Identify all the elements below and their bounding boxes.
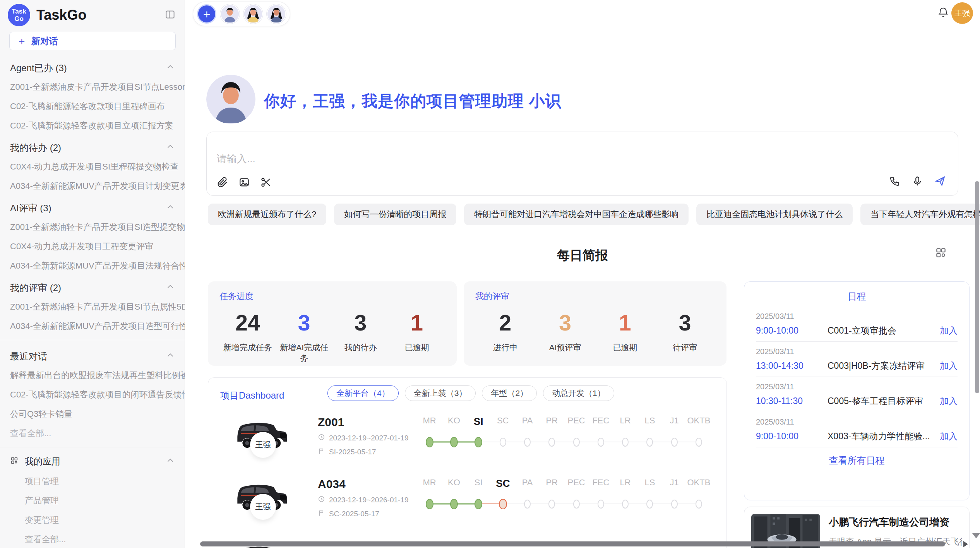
- chevron-up-icon: [166, 283, 175, 293]
- milestone-dots: [417, 495, 711, 513]
- user-avatar[interactable]: 王强: [951, 2, 973, 24]
- dashboard-tab[interactable]: 全新上装（3）: [405, 385, 476, 401]
- suggestion-chip[interactable]: 特朗普可能对进口汽车增税会对中国车企造成哪些影响: [464, 204, 689, 225]
- my-apps-label: 我的应用: [25, 456, 160, 468]
- stat-label: AI预评审: [535, 342, 595, 353]
- schedule-date: 2025/03/11: [756, 418, 958, 426]
- recent-conversation-item[interactable]: 公司Q3轻卡销量: [0, 404, 185, 424]
- scroll-right-arrow[interactable]: [963, 541, 968, 547]
- join-meeting-link[interactable]: 加入: [940, 430, 958, 442]
- dashboard-tab[interactable]: 动总开发（1）: [543, 385, 614, 401]
- briefing-stats: 24新增完成任务3新增AI完成任务3我的待办1已逾期: [219, 311, 445, 364]
- scroll-down-arrow[interactable]: [972, 533, 980, 538]
- sidebar-task-item[interactable]: C02-飞腾新能源轻客改款项目里程碑画布: [0, 97, 185, 116]
- agent-avatar-2[interactable]: [243, 4, 263, 24]
- schedule-item-row: 9:00-10:00X003-车辆动力学性能验...加入: [756, 430, 958, 442]
- milestone-label: KO: [442, 416, 466, 428]
- sidebar-task-item[interactable]: Z001-全新燃油轻卡产品开发项目SI造型提交物评审: [0, 217, 185, 237]
- briefing-stat: 3新增AI完成任务: [276, 311, 332, 364]
- app-sub-item[interactable]: 变更管理: [0, 510, 185, 530]
- sidebar-section-header[interactable]: AI评审 (3): [0, 196, 185, 217]
- join-meeting-link[interactable]: 加入: [940, 395, 958, 407]
- agent-avatar-1[interactable]: [220, 4, 240, 24]
- divider: [0, 340, 185, 340]
- agent-avatar-3[interactable]: [267, 4, 286, 24]
- milestone-dot: [671, 438, 678, 447]
- project-node: SI-2025-05-17: [318, 447, 376, 457]
- schedule-item: 2025/03/119:00-10:00C001-立项审批会加入: [756, 307, 958, 342]
- sidebar-item-my-apps[interactable]: 我的应用: [0, 451, 185, 472]
- microphone-icon: [911, 175, 923, 188]
- recent-conversations-header[interactable]: 最近对话: [0, 344, 185, 366]
- voice-call-button[interactable]: [889, 175, 901, 188]
- app-sub-item[interactable]: 项目管理: [0, 472, 185, 491]
- milestone-labels: MRKOSISCPAPRPECFECLRLSJ1OKTB: [417, 416, 711, 428]
- sidebar-task-item[interactable]: C02-飞腾新能源轻客改款项目立项汇报方案: [0, 116, 185, 135]
- suggestion-chip[interactable]: 欧洲新规最近颁布了什么?: [208, 204, 326, 225]
- milestone-label: J1: [662, 478, 687, 490]
- milestone-dot: [598, 500, 604, 509]
- app-sub-item[interactable]: 产品管理: [0, 491, 185, 510]
- project-node-text: SC-2025-05-17: [329, 510, 379, 518]
- recent-conversation-item[interactable]: 查看全部...: [0, 424, 185, 443]
- composer-attachments: [217, 176, 272, 189]
- vertical-scrollbar[interactable]: [975, 181, 979, 393]
- sidebar-task-item[interactable]: Z001-全新燃油皮卡产品开发项目SI节点Lesson Learn报告: [0, 77, 185, 97]
- attach-file-button[interactable]: [217, 176, 228, 189]
- recent-conversation-item[interactable]: C02-飞腾新能源轻客改款项目的闭环通告反馈情况: [0, 385, 185, 404]
- stat-label: 我的待办: [332, 342, 389, 353]
- sidebar-section-header[interactable]: 我的待办 (2): [0, 135, 185, 157]
- suggestion-chip[interactable]: 比亚迪全固态电池计划具体说了什么: [696, 204, 853, 225]
- view-all-schedule-link[interactable]: 查看所有日程: [756, 447, 958, 474]
- add-agent-button[interactable]: ＋: [197, 4, 216, 24]
- schedule-time: 10:30-11:30: [756, 396, 828, 406]
- screenshot-button[interactable]: [260, 176, 272, 189]
- dashboard-tab[interactable]: 全新平台（4）: [327, 385, 399, 401]
- send-button[interactable]: [934, 175, 946, 188]
- milestone-labels: MRKOSISCPAPRPECFECLRLSJ1OKTB: [417, 478, 711, 490]
- app-sub-item[interactable]: 查看全部...: [0, 530, 185, 548]
- milestone-label: PEC: [564, 416, 589, 428]
- join-meeting-link[interactable]: 加入: [940, 325, 958, 337]
- sidebar-task-item[interactable]: C0X4-动力总成开发项目SI里程碑提交物检查: [0, 157, 185, 176]
- suggestion-chip[interactable]: 如何写一份清晰的项目周报: [334, 204, 456, 225]
- sidebar-task-item[interactable]: Z001-全新燃油轻卡产品开发项目SI节点属性5D文件评审: [0, 297, 185, 317]
- notification-bell-icon[interactable]: [937, 6, 949, 20]
- sidebar-section-header[interactable]: Agent已办 (3): [0, 56, 185, 77]
- sidebar-task-item[interactable]: A034-全新新能源MUV产品开发项目法规符合性评审: [0, 256, 185, 276]
- section-title: 我的待办 (2): [10, 142, 61, 154]
- sidebar: Task Go TaskGo ＋ 新对话 Agent已办 (3)Z001-全新燃…: [0, 0, 185, 548]
- phone-icon: [889, 175, 901, 188]
- sidebar-task-item[interactable]: A034-全新新能源MUV产品开发项目计划变更表编写: [0, 176, 185, 196]
- insert-image-button[interactable]: [238, 176, 250, 189]
- dashboard-title: 项目Dashboard: [220, 389, 284, 402]
- chat-input[interactable]: [217, 152, 797, 170]
- schedule-date: 2025/03/11: [756, 382, 958, 391]
- suggestion-chip[interactable]: 当下年轻人对汽车外观有怎样的喜好趋势: [860, 204, 980, 225]
- project-node-text: SI-2025-05-17: [329, 448, 376, 456]
- sidebar-section-header[interactable]: 我的评审 (2): [0, 276, 185, 297]
- schedule-time: 13:00-14:30: [756, 361, 828, 371]
- new-chat-button[interactable]: ＋ 新对话: [9, 32, 176, 50]
- chevron-up-icon: [166, 203, 175, 214]
- plus-icon: ＋: [17, 34, 27, 48]
- sidebar-task-item[interactable]: C0X4-动力总成开发项目工程变更评审: [0, 237, 185, 256]
- milestone-dot: [450, 499, 458, 509]
- sidebar-sections: Agent已办 (3)Z001-全新燃油皮卡产品开发项目SI节点Lesson L…: [0, 56, 185, 336]
- stat-label: 待评审: [655, 342, 715, 353]
- sidebar-task-item[interactable]: A034-全新新能源MUV产品开发项目造型可行性评审: [0, 317, 185, 336]
- user-name: 王强: [954, 8, 970, 19]
- assistant-greeting: 你好，王强，我是你的项目管理助理 小识: [264, 91, 561, 112]
- new-chat-label: 新对话: [31, 35, 58, 47]
- section-title: AI评审 (3): [10, 202, 51, 214]
- recent-conversation-item[interactable]: 解释最新出台的欧盟报废车法规再生塑料比例被调至15%...: [0, 366, 185, 385]
- project-dates-text: 2023-12-19~2026-01-19: [329, 496, 408, 504]
- briefing-layout-icon[interactable]: [935, 247, 947, 260]
- sidebar-collapse-button[interactable]: [163, 8, 177, 22]
- join-meeting-link[interactable]: 加入: [940, 360, 958, 372]
- logo-text-top: Task: [12, 8, 26, 15]
- horizontal-scrollbar[interactable]: [200, 541, 945, 546]
- microphone-button[interactable]: [911, 175, 923, 188]
- dashboard-tab[interactable]: 年型（2）: [482, 385, 537, 401]
- briefing-stat: 1已逾期: [389, 311, 445, 364]
